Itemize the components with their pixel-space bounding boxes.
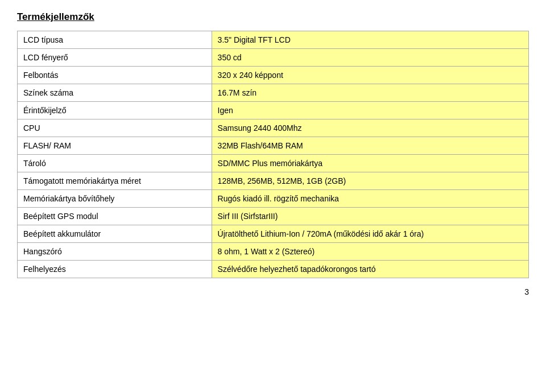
table-row: Beépített akkumulátorÚjratölthető Lithiu… <box>18 225 529 243</box>
table-row: Beépített GPS modulSirf III (SirfstarIII… <box>18 208 529 225</box>
page-title: Termékjellemzők <box>17 11 529 23</box>
table-row: Hangszóró8 ohm, 1 Watt x 2 (Sztereó) <box>18 243 529 261</box>
spec-label: CPU <box>18 119 212 137</box>
spec-label: Támogatott memóriakártya méret <box>18 172 212 190</box>
table-row: Támogatott memóriakártya méret128MB, 256… <box>18 172 529 190</box>
spec-label: Beépített akkumulátor <box>18 225 212 243</box>
spec-label: Színek száma <box>18 84 212 102</box>
spec-label: Felbontás <box>18 67 212 84</box>
spec-value: 8 ohm, 1 Watt x 2 (Sztereó) <box>212 243 528 261</box>
spec-value: Rugós kiadó ill. rögzítő mechanika <box>212 190 528 208</box>
spec-value: 32MB Flash/64MB RAM <box>212 137 528 155</box>
table-row: LCD fényerő350 cd <box>18 49 529 67</box>
table-row: Memóriakártya bővítőhelyRugós kiadó ill.… <box>18 190 529 208</box>
spec-value: Újratölthető Lithium-Ion / 720mA (működé… <box>212 225 528 243</box>
page-number: 3 <box>17 287 529 296</box>
spec-value: SD/MMC Plus memóriakártya <box>212 155 528 172</box>
table-row: Felbontás320 x 240 képpont <box>18 67 529 84</box>
table-row: FelhelyezésSzélvédőre helyezhető tapadók… <box>18 261 529 278</box>
spec-value: Sirf III (SirfstarIII) <box>212 208 528 225</box>
table-row: FLASH/ RAM32MB Flash/64MB RAM <box>18 137 529 155</box>
spec-value: 320 x 240 képpont <box>212 67 528 84</box>
spec-label: Felhelyezés <box>18 261 212 278</box>
spec-label: LCD fényerő <box>18 49 212 67</box>
spec-label: FLASH/ RAM <box>18 137 212 155</box>
table-row: LCD típusa3.5" Digital TFT LCD <box>18 31 529 49</box>
table-row: ÉrintőkijelzőIgen <box>18 102 529 119</box>
table-row: Színek száma16.7M szín <box>18 84 529 102</box>
table-row: TárolóSD/MMC Plus memóriakártya <box>18 155 529 172</box>
spec-value: 350 cd <box>212 49 528 67</box>
spec-value: Samsung 2440 400Mhz <box>212 119 528 137</box>
spec-label: Tároló <box>18 155 212 172</box>
spec-value: Szélvédőre helyezhető tapadókorongos tar… <box>212 261 528 278</box>
table-row: CPUSamsung 2440 400Mhz <box>18 119 529 137</box>
spec-value: 16.7M szín <box>212 84 528 102</box>
spec-label: Érintőkijelző <box>18 102 212 119</box>
specs-table: LCD típusa3.5" Digital TFT LCDLCD fényer… <box>17 31 529 278</box>
spec-value: 3.5" Digital TFT LCD <box>212 31 528 49</box>
spec-label: Beépített GPS modul <box>18 208 212 225</box>
spec-value: Igen <box>212 102 528 119</box>
spec-label: LCD típusa <box>18 31 212 49</box>
spec-label: Memóriakártya bővítőhely <box>18 190 212 208</box>
spec-label: Hangszóró <box>18 243 212 261</box>
spec-value: 128MB, 256MB, 512MB, 1GB (2GB) <box>212 172 528 190</box>
